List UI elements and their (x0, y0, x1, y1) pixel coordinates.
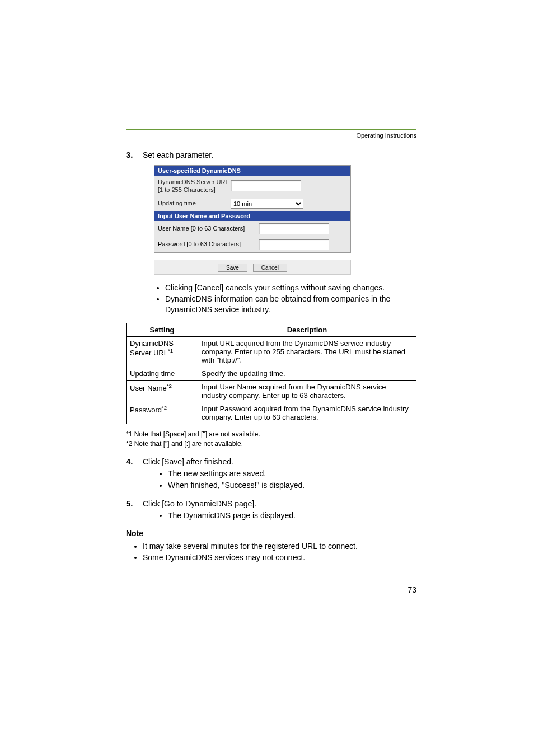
username-input[interactable] (259, 223, 329, 234)
server-url-label: DynamicDNS Server URL [1 to 255 Characte… (158, 178, 231, 194)
cell-sup-3: *2 (162, 405, 167, 411)
password-label: Password [0 to 63 Characters] (158, 240, 259, 248)
note-bullet-1: It may take several minutes for the regi… (143, 541, 416, 552)
table-row: Password*2 Input Password acquired from … (127, 402, 416, 424)
server-url-input[interactable] (231, 180, 301, 191)
updating-time-select[interactable]: 10 min (231, 199, 303, 209)
note-bullet-2: Some DynamicDNS services may not connect… (143, 552, 416, 563)
footnote-2: *2 Note that ["] and [:] are not availab… (126, 439, 416, 449)
panel-header-credentials: Input User Name and Password (154, 211, 350, 221)
panel-header-user-specified: User-specified DynamicDNS (154, 166, 350, 176)
step-5-text: Click [Go to DynamicDNS page]. (143, 499, 256, 508)
table-header-description: Description (198, 323, 416, 337)
note-heading: Note (126, 529, 416, 538)
info-bullet-obtain: DynamicDNS information can be obtained f… (165, 294, 416, 315)
username-label: User Name [0 to 63 Characters] (158, 224, 259, 232)
settings-description-table: Setting Description DynamicDNS Server UR… (126, 323, 416, 424)
table-row: DynamicDNS Server URL*1 Input URL acquir… (127, 337, 416, 367)
step-5-number: 5. (126, 499, 143, 523)
dynamicdns-form-panel: User-specified DynamicDNS DynamicDNS Ser… (154, 165, 351, 253)
step-3-number: 3. (126, 150, 143, 159)
cell-sup-2: *2 (167, 383, 172, 389)
cell-setting-password: Password (130, 406, 162, 415)
cell-setting-serverurl: DynamicDNS Server URL (130, 339, 174, 357)
password-input[interactable] (259, 239, 329, 250)
step-4-sub-2: When finished, "Success!" is displayed. (168, 480, 416, 491)
updating-time-label: Updating time (158, 199, 231, 207)
header-operating-instructions: Operating Instructions (126, 132, 416, 139)
cell-desc-updating: Specify the updating time. (198, 367, 416, 381)
table-header-setting: Setting (127, 323, 198, 337)
header-divider (126, 129, 416, 130)
step-4-sub-1: The new settings are saved. (168, 468, 416, 479)
cell-desc-password: Input Password acquired from the Dynamic… (198, 402, 416, 424)
cell-sup-1: *1 (168, 348, 173, 354)
step-4-number: 4. (126, 457, 143, 493)
cell-desc-serverurl: Input URL acquired from the DynamicDNS s… (198, 337, 416, 367)
step-3-text: Set each parameter. (143, 150, 416, 159)
footnote-1: *1 Note that [Space] and ["] are not ava… (126, 430, 416, 439)
form-buttons-bar: Save Cancel (154, 260, 351, 275)
page-number: 73 (126, 585, 416, 594)
table-row: User Name*2 Input User Name acquired fro… (127, 381, 416, 402)
save-button[interactable]: Save (218, 264, 247, 272)
step-4-text: Click [Save] after finished. (143, 457, 233, 466)
cancel-button[interactable]: Cancel (253, 264, 287, 272)
info-bullet-cancel: Clicking [Cancel] cancels your settings … (165, 283, 416, 293)
table-row: Updating time Specify the updating time. (127, 367, 416, 381)
step-5-sub-1: The DynamicDNS page is displayed. (168, 510, 416, 521)
cell-setting-username: User Name (130, 384, 167, 393)
cell-desc-username: Input User Name acquired from the Dynami… (198, 381, 416, 402)
cell-setting-updating: Updating time (127, 367, 198, 381)
